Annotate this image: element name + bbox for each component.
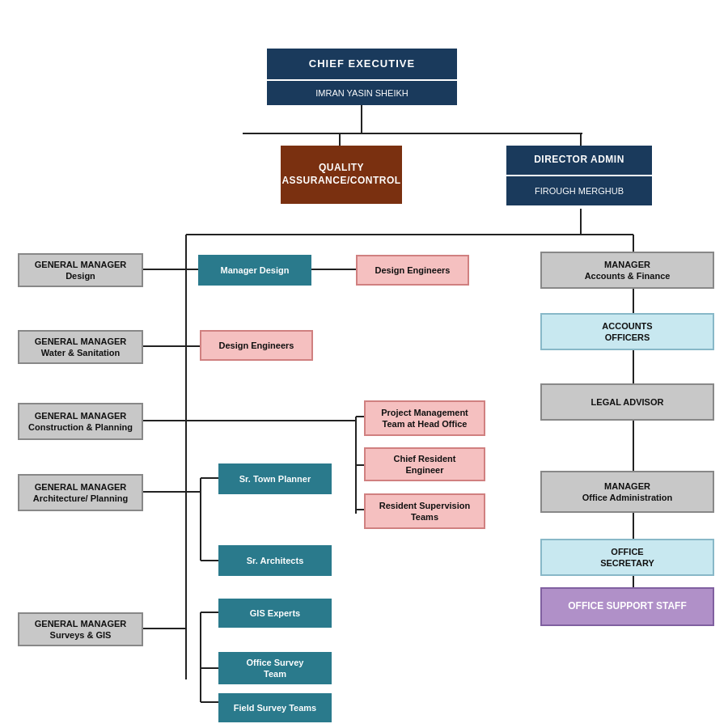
office-support-box: OFFICE SUPPORT STAFF — [540, 587, 714, 626]
chief-exec-name-box: IMRAN YASIN SHEIKH — [267, 81, 457, 105]
gis-exp-box: GIS Experts — [218, 599, 332, 628]
office-survey-text: Office SurveyTeam — [247, 657, 304, 680]
chart-container: CHIEF EXECUTIVE IMRAN YASIN SHEIKH QUALI… — [0, 0, 728, 728]
pm-team-text: Project ManagementTeam at Head Office — [381, 407, 468, 430]
gm-survey-text: GENERAL MANAGERSurveys & GIS — [35, 618, 126, 641]
gis-exp-text: GIS Experts — [250, 607, 300, 619]
mgr-office-adm-box: MANAGEROffice Administration — [540, 471, 714, 513]
chief-res-text: Chief ResidentEngineer — [393, 453, 455, 476]
office-sec-text: OFFICESECRETARY — [600, 546, 654, 569]
pm-team-box: Project ManagementTeam at Head Office — [364, 400, 485, 436]
accounts-off-box: ACCOUNTSOFFICERS — [540, 313, 714, 350]
gm-const-text: GENERAL MANAGERConstruction & Planning — [28, 410, 133, 434]
office-support-text: OFFICE SUPPORT STAFF — [568, 600, 686, 613]
design-eng1-box: Design Engineers — [356, 255, 469, 286]
chief-exec-title-text: CHIEF EXECUTIVE — [309, 57, 415, 71]
dir-admin-title-text: DIRECTOR ADMIN — [534, 154, 624, 167]
gm-water-text: GENERAL MANAGERWater & Sanitation — [35, 336, 126, 359]
sr-town-box: Sr. Town Planner — [218, 463, 332, 494]
accounts-off-text: ACCOUNTSOFFICERS — [602, 320, 652, 344]
office-survey-box: Office SurveyTeam — [218, 652, 332, 684]
qa-text: QUALITYASSURANCE/CONTROL — [281, 162, 400, 187]
gm-design-box: GENERAL MANAGERDesign — [18, 253, 143, 287]
legal-adv-text: LEGAL ADVISOR — [591, 396, 664, 408]
dir-admin-name-box: FIROUGH MERGHUB — [506, 176, 652, 205]
field-survey-box: Field Survey Teams — [218, 693, 332, 722]
chief-exec-name-text: IMRAN YASIN SHEIKH — [315, 87, 408, 99]
design-eng2-box: Design Engineers — [200, 330, 313, 361]
dir-admin-title-box: DIRECTOR ADMIN — [506, 146, 652, 175]
gm-design-text: GENERAL MANAGERDesign — [35, 259, 126, 282]
design-eng1-text: Design Engineers — [375, 265, 451, 276]
gm-const-box: GENERAL MANAGERConstruction & Planning — [18, 403, 143, 440]
qa-box: QUALITYASSURANCE/CONTROL — [281, 146, 402, 204]
gm-survey-box: GENERAL MANAGERSurveys & GIS — [18, 612, 143, 646]
res-sup-box: Resident SupervisionTeams — [364, 493, 485, 529]
gm-water-box: GENERAL MANAGERWater & Sanitation — [18, 330, 143, 364]
gm-arch-box: GENERAL MANAGERArchitecture/ Planning — [18, 474, 143, 511]
mgr-design-box: Manager Design — [198, 255, 311, 286]
mgr-accounts-text: MANAGERAccounts & Finance — [585, 259, 671, 282]
office-sec-box: OFFICESECRETARY — [540, 539, 714, 576]
chief-res-box: Chief ResidentEngineer — [364, 447, 485, 481]
mgr-accounts-box: MANAGERAccounts & Finance — [540, 252, 714, 289]
mgr-design-text: Manager Design — [221, 265, 290, 276]
legal-adv-box: LEGAL ADVISOR — [540, 383, 714, 421]
sr-arch-box: Sr. Architects — [218, 545, 332, 576]
sr-arch-text: Sr. Architects — [247, 555, 304, 566]
field-survey-text: Field Survey Teams — [234, 702, 317, 713]
sr-town-text: Sr. Town Planner — [239, 473, 311, 485]
chief-exec-title-box: CHIEF EXECUTIVE — [267, 49, 457, 79]
mgr-office-adm-text: MANAGEROffice Administration — [582, 480, 672, 504]
dir-admin-name-text: FIROUGH MERGHUB — [535, 185, 624, 197]
res-sup-text: Resident SupervisionTeams — [379, 500, 470, 523]
design-eng2-text: Design Engineers — [219, 340, 294, 351]
gm-arch-text: GENERAL MANAGERArchitecture/ Planning — [33, 481, 128, 505]
